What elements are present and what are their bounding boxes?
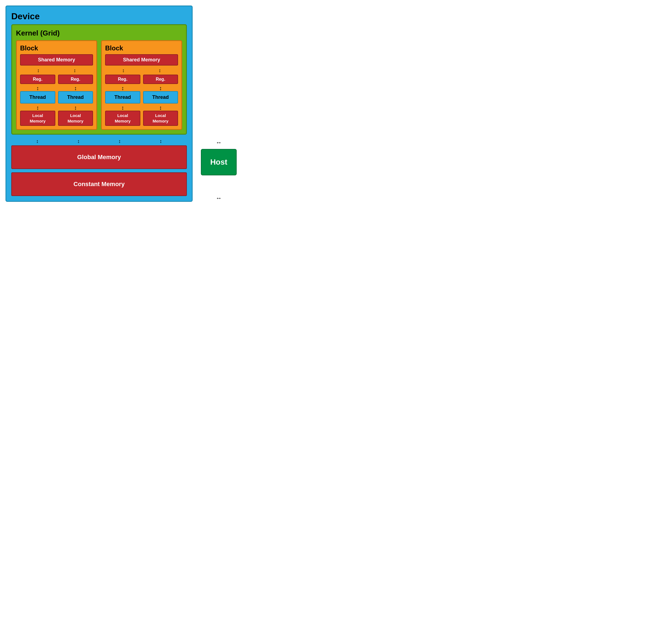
arrow-reg-thread-0-1: ↕ bbox=[74, 85, 77, 91]
thread-col-1-1: Reg. ↕ Thread ↕ LocalMemory bbox=[143, 75, 178, 126]
arrow-thread-local-1-0: ↕ bbox=[121, 105, 124, 110]
arrow-thread-local-0-0: ↕ bbox=[36, 105, 39, 110]
local-memory-0-0: LocalMemory bbox=[20, 111, 55, 126]
arrow-sm-reg-1-0: ↕ bbox=[122, 68, 125, 73]
thread-col-1-0: Reg. ↕ Thread ↕ LocalMemory bbox=[105, 75, 140, 126]
device-label: Device bbox=[11, 11, 187, 22]
page-container: Device Kernel (Grid) Block Shared Memory… bbox=[5, 5, 237, 202]
global-host-arrow: ↔ bbox=[216, 139, 222, 146]
arrow-sm-reg-0-0: ↕ bbox=[37, 68, 40, 73]
global-memory-box: Global Memory bbox=[11, 145, 187, 169]
arrow-thread-local-0-1: ↕ bbox=[74, 105, 77, 110]
arrow-thread-local-1-1: ↕ bbox=[159, 105, 162, 110]
arrow-sm-reg-1-1: ↕ bbox=[159, 68, 161, 73]
thread-col-0-1: Reg. ↕ Thread ↕ LocalMemory bbox=[58, 75, 93, 126]
reg-1-0: Reg. bbox=[105, 75, 140, 84]
arrow-reg-thread-1-1: ↕ bbox=[159, 85, 162, 91]
host-box: Host bbox=[201, 149, 237, 176]
block-0: Block Shared Memory ↕ ↕ Reg. bbox=[16, 40, 97, 130]
arrow-reg-thread-0-0: ↕ bbox=[36, 85, 39, 91]
arrow-reg-thread-1-0: ↕ bbox=[121, 85, 124, 91]
arrow-constant-host: ↔ bbox=[216, 195, 222, 202]
thread-0-1: Thread bbox=[58, 91, 93, 103]
local-memory-1-1: LocalMemory bbox=[143, 111, 178, 126]
reg-0-1: Reg. bbox=[58, 75, 93, 84]
arrow-block1-thread1-global: ↕ bbox=[160, 139, 162, 144]
thread-col-0-0: Reg. ↕ Thread ↕ LocalMemory bbox=[20, 75, 55, 126]
constant-host-arrow: ↔ bbox=[216, 195, 222, 202]
reg-1-1: Reg. bbox=[143, 75, 178, 84]
local-memory-1-0: LocalMemory bbox=[105, 111, 140, 126]
blocks-row: Block Shared Memory ↕ ↕ Reg. bbox=[16, 40, 182, 130]
local-memory-0-1: LocalMemory bbox=[58, 111, 93, 126]
block-1: Block Shared Memory ↕ ↕ Reg. ↕ bbox=[101, 40, 182, 130]
thread-0-0: Thread bbox=[20, 91, 55, 103]
kernel-box: Kernel (Grid) Block Shared Memory ↕ ↕ bbox=[11, 24, 187, 135]
host-section: ↔ Host ↔ bbox=[201, 139, 237, 202]
arrow-block0-thread1-global: ↕ bbox=[77, 139, 80, 144]
reg-0-0: Reg. bbox=[20, 75, 55, 84]
block-1-label: Block bbox=[105, 44, 178, 52]
threads-container-1: Reg. ↕ Thread ↕ LocalMemory Reg. ↕ Threa… bbox=[105, 75, 178, 126]
shared-memory-1: Shared Memory bbox=[105, 54, 178, 66]
arrow-block1-thread0-global: ↕ bbox=[118, 139, 121, 144]
shared-memory-0: Shared Memory bbox=[20, 54, 93, 66]
thread-1-1: Thread bbox=[143, 91, 178, 103]
arrow-sm-reg-0-1: ↕ bbox=[73, 68, 76, 73]
threads-container-0: Reg. ↕ Thread ↕ LocalMemory Reg. ↕ Threa… bbox=[20, 75, 93, 126]
arrow-global-host: ↔ bbox=[216, 139, 222, 146]
device-box: Device Kernel (Grid) Block Shared Memory… bbox=[5, 5, 193, 202]
arrow-block0-thread0-global: ↕ bbox=[36, 139, 39, 144]
block-0-label: Block bbox=[20, 44, 93, 52]
thread-1-0: Thread bbox=[105, 91, 140, 103]
constant-memory-box: Constant Memory bbox=[11, 172, 187, 196]
kernel-label: Kernel (Grid) bbox=[16, 29, 182, 38]
